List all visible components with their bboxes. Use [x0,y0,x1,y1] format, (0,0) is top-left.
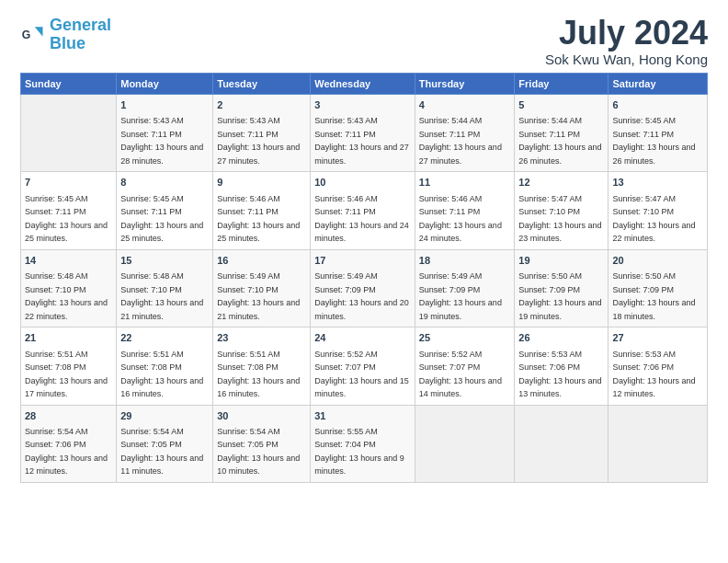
calendar-cell: 18 Sunrise: 5:49 AMSunset: 7:09 PMDaylig… [415,249,515,327]
calendar-cell: 23 Sunrise: 5:51 AMSunset: 7:08 PMDaylig… [213,327,311,405]
day-info: Sunrise: 5:45 AMSunset: 7:11 PMDaylight:… [612,116,695,166]
calendar-cell: 19 Sunrise: 5:50 AMSunset: 7:09 PMDaylig… [515,249,609,327]
svg-text:G: G [22,28,31,40]
day-number: 4 [419,98,511,112]
day-info: Sunrise: 5:51 AMSunset: 7:08 PMDaylight:… [217,350,300,399]
day-number: 8 [120,176,209,190]
calendar-cell [515,405,609,482]
calendar-cell: 8 Sunrise: 5:45 AMSunset: 7:11 PMDayligh… [117,172,213,249]
day-number: 16 [217,254,306,268]
day-number: 15 [120,254,209,268]
calendar-cell: 7 Sunrise: 5:45 AMSunset: 7:11 PMDayligh… [21,172,117,249]
calendar-cell: 26 Sunrise: 5:53 AMSunset: 7:06 PMDaylig… [515,327,609,405]
day-number: 13 [612,176,703,190]
logo-text: General Blue [50,17,111,53]
day-info: Sunrise: 5:46 AMSunset: 7:11 PMDaylight:… [314,194,409,244]
header-cell-thursday: Thursday [415,74,515,95]
day-info: Sunrise: 5:49 AMSunset: 7:09 PMDaylight:… [419,271,502,321]
day-number: 2 [217,98,306,112]
day-info: Sunrise: 5:45 AMSunset: 7:11 PMDaylight:… [25,194,108,244]
calendar-row-1: 7 Sunrise: 5:45 AMSunset: 7:11 PMDayligh… [21,172,708,249]
logo: G General Blue [20,17,111,53]
header-row: SundayMondayTuesdayWednesdayThursdayFrid… [21,74,708,95]
day-info: Sunrise: 5:47 AMSunset: 7:10 PMDaylight:… [612,194,695,244]
calendar-cell: 27 Sunrise: 5:53 AMSunset: 7:06 PMDaylig… [609,327,708,405]
day-number: 30 [217,409,306,423]
day-info: Sunrise: 5:43 AMSunset: 7:11 PMDaylight:… [314,116,409,166]
day-number: 27 [612,331,703,345]
day-number: 7 [25,176,112,190]
header: G General Blue July 2024 Sok Kwu Wan, Ho… [20,17,708,67]
calendar-row-4: 28 Sunrise: 5:54 AMSunset: 7:06 PMDaylig… [21,405,708,482]
calendar-cell: 15 Sunrise: 5:48 AMSunset: 7:10 PMDaylig… [117,249,213,327]
day-info: Sunrise: 5:44 AMSunset: 7:11 PMDaylight:… [419,116,502,166]
day-number: 26 [518,331,604,345]
header-cell-saturday: Saturday [609,74,708,95]
calendar-cell: 9 Sunrise: 5:46 AMSunset: 7:11 PMDayligh… [213,172,311,249]
day-number: 23 [217,331,306,345]
calendar-cell: 28 Sunrise: 5:54 AMSunset: 7:06 PMDaylig… [21,405,117,482]
calendar-cell: 12 Sunrise: 5:47 AMSunset: 7:10 PMDaylig… [515,172,609,249]
day-info: Sunrise: 5:50 AMSunset: 7:09 PMDaylight:… [518,271,601,321]
calendar-cell: 10 Sunrise: 5:46 AMSunset: 7:11 PMDaylig… [311,172,415,249]
day-number: 6 [612,98,703,112]
day-info: Sunrise: 5:53 AMSunset: 7:06 PMDaylight:… [612,350,695,399]
calendar-cell: 16 Sunrise: 5:49 AMSunset: 7:10 PMDaylig… [213,249,311,327]
calendar-cell: 21 Sunrise: 5:51 AMSunset: 7:08 PMDaylig… [21,327,117,405]
page: G General Blue July 2024 Sok Kwu Wan, Ho… [0,0,728,563]
day-info: Sunrise: 5:55 AMSunset: 7:04 PMDaylight:… [314,427,404,477]
day-info: Sunrise: 5:51 AMSunset: 7:08 PMDaylight:… [25,350,108,399]
title-block: July 2024 Sok Kwu Wan, Hong Kong [545,17,708,67]
calendar-cell [21,95,117,172]
day-info: Sunrise: 5:49 AMSunset: 7:09 PMDaylight:… [314,271,409,321]
day-number: 28 [25,409,112,423]
day-number: 17 [314,254,411,268]
day-info: Sunrise: 5:49 AMSunset: 7:10 PMDaylight:… [217,271,300,321]
day-info: Sunrise: 5:52 AMSunset: 7:07 PMDaylight:… [314,350,409,399]
day-info: Sunrise: 5:52 AMSunset: 7:07 PMDaylight:… [419,350,502,399]
calendar-cell: 29 Sunrise: 5:54 AMSunset: 7:05 PMDaylig… [117,405,213,482]
day-number: 1 [120,98,209,112]
header-cell-sunday: Sunday [21,74,117,95]
header-cell-wednesday: Wednesday [311,74,415,95]
day-info: Sunrise: 5:44 AMSunset: 7:11 PMDaylight:… [518,116,601,166]
calendar-cell [609,405,708,482]
day-info: Sunrise: 5:53 AMSunset: 7:06 PMDaylight:… [518,350,601,399]
day-number: 14 [25,254,112,268]
calendar-cell: 4 Sunrise: 5:44 AMSunset: 7:11 PMDayligh… [415,95,515,172]
header-cell-monday: Monday [117,74,213,95]
day-info: Sunrise: 5:46 AMSunset: 7:11 PMDaylight:… [217,194,300,244]
calendar-cell: 2 Sunrise: 5:43 AMSunset: 7:11 PMDayligh… [213,95,311,172]
calendar-cell: 3 Sunrise: 5:43 AMSunset: 7:11 PMDayligh… [311,95,415,172]
calendar-cell: 25 Sunrise: 5:52 AMSunset: 7:07 PMDaylig… [415,327,515,405]
day-number: 29 [120,409,209,423]
month-title: July 2024 [545,17,708,50]
day-number: 3 [314,98,411,112]
header-cell-tuesday: Tuesday [213,74,311,95]
day-number: 9 [217,176,306,190]
logo-line1: General [50,16,111,34]
day-number: 18 [419,254,511,268]
day-number: 20 [612,254,703,268]
day-info: Sunrise: 5:50 AMSunset: 7:09 PMDaylight:… [612,271,695,321]
day-info: Sunrise: 5:51 AMSunset: 7:08 PMDaylight:… [120,350,203,399]
day-info: Sunrise: 5:48 AMSunset: 7:10 PMDaylight:… [120,271,203,321]
day-number: 21 [25,331,112,345]
day-info: Sunrise: 5:46 AMSunset: 7:11 PMDaylight:… [419,194,502,244]
calendar-cell: 17 Sunrise: 5:49 AMSunset: 7:09 PMDaylig… [311,249,415,327]
day-number: 5 [518,98,604,112]
logo-icon: G [20,22,46,48]
day-number: 24 [314,331,411,345]
calendar-cell: 14 Sunrise: 5:48 AMSunset: 7:10 PMDaylig… [21,249,117,327]
calendar-cell: 30 Sunrise: 5:54 AMSunset: 7:05 PMDaylig… [213,405,311,482]
day-info: Sunrise: 5:45 AMSunset: 7:11 PMDaylight:… [120,194,203,244]
header-cell-friday: Friday [515,74,609,95]
calendar-row-2: 14 Sunrise: 5:48 AMSunset: 7:10 PMDaylig… [21,249,708,327]
day-number: 11 [419,176,511,190]
calendar-row-0: 1 Sunrise: 5:43 AMSunset: 7:11 PMDayligh… [21,95,708,172]
calendar-cell: 31 Sunrise: 5:55 AMSunset: 7:04 PMDaylig… [311,405,415,482]
calendar-cell: 1 Sunrise: 5:43 AMSunset: 7:11 PMDayligh… [117,95,213,172]
calendar-cell: 22 Sunrise: 5:51 AMSunset: 7:08 PMDaylig… [117,327,213,405]
day-number: 31 [314,409,411,423]
calendar-cell: 20 Sunrise: 5:50 AMSunset: 7:09 PMDaylig… [609,249,708,327]
